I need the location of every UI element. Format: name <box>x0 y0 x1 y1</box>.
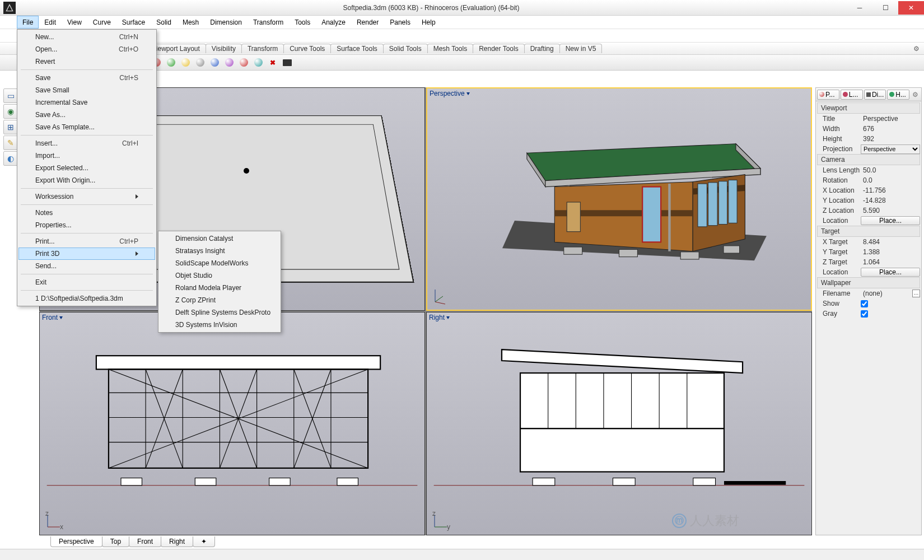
menu-item[interactable]: Delft Spline Systems DeskProto <box>160 306 279 319</box>
menu-item[interactable]: Z Corp ZPrint <box>160 294 279 306</box>
chevron-down-icon[interactable] <box>59 316 63 319</box>
tool-button[interactable]: ✎ <box>3 136 18 150</box>
tool-icon[interactable] <box>223 57 235 69</box>
chevron-down-icon[interactable] <box>466 92 470 95</box>
toolbar-tab[interactable]: Visibility <box>206 44 242 53</box>
viewport-label[interactable]: Front <box>42 314 58 321</box>
tool-button[interactable]: ◉ <box>3 104 18 119</box>
toolbar-tab[interactable]: Mesh Tools <box>427 44 473 53</box>
chevron-down-icon[interactable] <box>446 316 450 319</box>
menu-item[interactable]: Objet Studio <box>160 269 279 282</box>
tool-icon[interactable] <box>194 57 206 69</box>
menu-item[interactable]: Save Small <box>18 84 155 96</box>
menu-item[interactable]: Import... <box>18 150 155 162</box>
menu-solid[interactable]: Solid <box>151 16 177 29</box>
menu-surface[interactable]: Surface <box>116 16 151 29</box>
tool-delete-icon[interactable]: ✖ <box>267 57 279 69</box>
menu-item[interactable]: Exit <box>18 276 155 288</box>
tool-icon[interactable] <box>252 57 264 69</box>
menu-dimension[interactable]: Dimension <box>204 16 248 29</box>
panel-tab[interactable]: P... <box>817 90 839 100</box>
menu-render[interactable]: Render <box>351 16 384 29</box>
add-view-tab[interactable]: ✦ <box>193 536 215 547</box>
menu-item[interactable]: Revert <box>18 55 155 68</box>
gear-icon[interactable]: ⚙ <box>913 45 920 53</box>
menu-analyze[interactable]: Analyze <box>316 16 351 29</box>
maximize-button[interactable]: ☐ <box>872 1 898 15</box>
view-tab[interactable]: Perspective <box>50 536 102 547</box>
toolbar-tab[interactable]: Solid Tools <box>383 44 428 53</box>
menu-edit[interactable]: Edit <box>39 16 62 29</box>
projection-select[interactable]: Perspective <box>861 144 920 154</box>
tool-icon[interactable] <box>179 57 192 69</box>
toolbar-tab[interactable]: Curve Tools <box>283 44 331 53</box>
view-tab[interactable]: Front <box>129 536 161 547</box>
toolbar-tab[interactable]: Render Tools <box>473 44 525 53</box>
menu-panels[interactable]: Panels <box>384 16 416 29</box>
minimize-button[interactable]: ─ <box>847 1 872 15</box>
place-button[interactable]: Place... <box>861 216 920 225</box>
place-button[interactable]: Place... <box>861 268 920 277</box>
menu-item[interactable]: 3D Systems InVision <box>160 319 279 331</box>
panel-tab[interactable]: Di... <box>864 90 886 100</box>
menu-curve[interactable]: Curve <box>87 16 116 29</box>
menu-item[interactable]: Save As... <box>18 109 155 121</box>
menu-item[interactable]: New...Ctrl+N <box>18 31 155 43</box>
menu-tools[interactable]: Tools <box>289 16 316 29</box>
menu-item[interactable]: Insert...Ctrl+I <box>18 137 155 150</box>
menu-mesh[interactable]: Mesh <box>177 16 204 29</box>
viewport-right[interactable]: Right yz <box>426 312 812 535</box>
menu-help[interactable]: Help <box>416 16 441 29</box>
property-row: Gray <box>817 309 920 319</box>
menu-file[interactable]: File <box>17 16 39 29</box>
viewport-perspective[interactable]: Perspective <box>426 87 812 311</box>
tool-monitor-icon[interactable] <box>281 57 293 69</box>
tool-button[interactable]: ⊞ <box>3 120 18 134</box>
toolbar-tab[interactable]: Transform <box>241 44 284 53</box>
toolbar-tab[interactable]: Drafting <box>524 44 560 53</box>
menu-item[interactable]: Stratasys Insight <box>160 245 279 257</box>
tool-button[interactable]: ◐ <box>3 151 18 166</box>
menu-item[interactable]: SolidScape ModelWorks <box>160 257 279 269</box>
menu-item[interactable]: Print...Ctrl+P <box>18 235 155 248</box>
viewport-front[interactable]: Front xz <box>39 312 425 535</box>
menu-item[interactable]: SaveCtrl+S <box>18 72 155 84</box>
tool-button[interactable]: ▭ <box>3 88 18 103</box>
chevron-right-icon <box>136 251 138 256</box>
menu-item[interactable]: Worksession <box>18 190 155 203</box>
menu-item[interactable]: Incremental Save <box>18 96 155 109</box>
svg-text:x: x <box>60 523 63 531</box>
toolbar-tab[interactable]: New in V5 <box>559 44 603 53</box>
toolbar-tab[interactable]: Surface Tools <box>330 44 384 53</box>
view-tab[interactable]: Top <box>102 536 129 547</box>
menu-item[interactable]: Send... <box>18 260 155 272</box>
browse-button[interactable]: … <box>912 290 920 297</box>
tool-icon[interactable] <box>237 57 250 69</box>
panel-tab[interactable]: H... <box>887 90 909 100</box>
checkbox[interactable] <box>861 310 868 318</box>
menu-item[interactable]: Notes <box>18 207 155 219</box>
tool-icon[interactable] <box>165 57 177 69</box>
menu-item[interactable]: Save As Template... <box>18 121 155 133</box>
menu-item[interactable]: Open...Ctrl+O <box>18 43 155 55</box>
tool-icon[interactable] <box>208 57 221 69</box>
menu-item[interactable]: Dimension Catalyst <box>160 232 279 245</box>
menu-item[interactable]: Roland Modela Player <box>160 282 279 294</box>
menu-item[interactable]: 1 D:\Softpedia\Softpedia.3dm <box>18 292 155 305</box>
viewport-label[interactable]: Perspective <box>430 90 465 97</box>
close-button[interactable]: ✕ <box>898 1 924 15</box>
svg-marker-56 <box>502 349 743 373</box>
menu-view[interactable]: View <box>62 16 87 29</box>
menu-transform[interactable]: Transform <box>248 16 289 29</box>
menu-item[interactable]: Export Selected... <box>18 162 155 174</box>
checkbox[interactable] <box>861 300 868 307</box>
menu-item[interactable]: Print 3D <box>18 248 155 260</box>
panel-tab[interactable]: L... <box>841 90 863 100</box>
gear-icon[interactable]: ⚙ <box>911 91 920 99</box>
view-tab[interactable]: Right <box>161 536 193 547</box>
properties-panel: P... L... Di... H... ⚙ ViewportTitlePers… <box>815 87 922 535</box>
menu-item[interactable]: Export With Origin... <box>18 174 155 186</box>
viewport-label[interactable]: Right <box>429 314 445 321</box>
svg-rect-50 <box>337 478 358 486</box>
menu-item[interactable]: Properties... <box>18 219 155 231</box>
